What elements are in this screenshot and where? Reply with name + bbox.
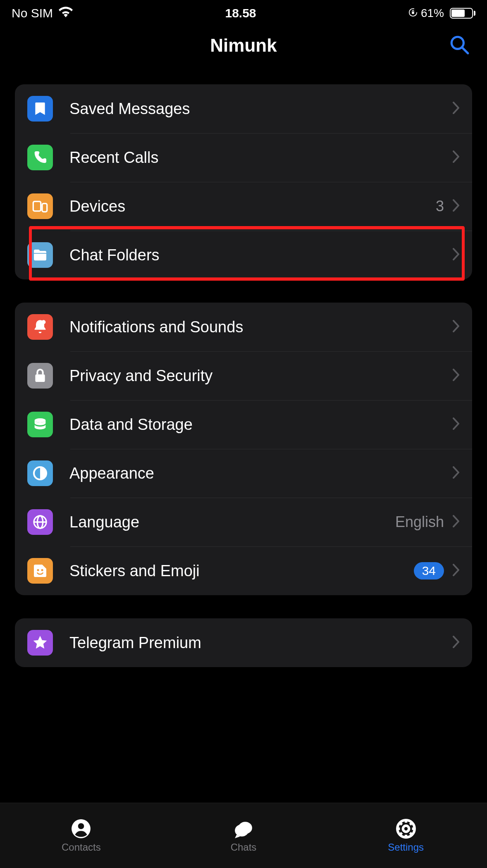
tab-label: Chats bbox=[231, 842, 257, 853]
search-button[interactable] bbox=[449, 34, 470, 57]
chat-icon bbox=[232, 818, 255, 839]
settings-content: Saved MessagesRecent CallsDevices3Chat F… bbox=[0, 84, 487, 667]
sim-status: No SIM bbox=[12, 6, 53, 20]
chevron-right-icon bbox=[452, 515, 460, 529]
row-label: Telegram Premium bbox=[69, 634, 452, 652]
status-right: 61% bbox=[408, 7, 475, 20]
settings-row-recent-calls[interactable]: Recent Calls bbox=[15, 133, 472, 182]
battery-icon bbox=[447, 8, 475, 19]
chevron-right-icon bbox=[452, 369, 460, 383]
settings-row-privacy[interactable]: Privacy and Security bbox=[15, 351, 472, 400]
row-label: Stickers and Emoji bbox=[69, 562, 414, 580]
status-time: 18.58 bbox=[225, 6, 256, 20]
row-label: Appearance bbox=[69, 465, 452, 482]
chevron-right-icon bbox=[452, 466, 460, 480]
settings-group: Notifications and SoundsPrivacy and Secu… bbox=[15, 303, 472, 595]
svg-line-3 bbox=[462, 48, 468, 53]
chevron-right-icon bbox=[452, 199, 460, 213]
sticker-icon bbox=[27, 558, 53, 584]
chevron-right-icon bbox=[452, 636, 460, 650]
folder-icon bbox=[27, 242, 53, 268]
chevron-right-icon bbox=[452, 320, 460, 334]
count-badge: 34 bbox=[414, 562, 444, 579]
row-value: English bbox=[395, 513, 444, 531]
row-label: Devices bbox=[69, 198, 436, 215]
tab-bar: ContactsChatsSettings bbox=[0, 803, 487, 868]
bookmark-icon bbox=[27, 96, 53, 122]
row-label: Data and Storage bbox=[69, 416, 452, 434]
tab-chats[interactable]: Chats bbox=[162, 818, 325, 853]
settings-group: Saved MessagesRecent CallsDevices3Chat F… bbox=[15, 84, 472, 279]
settings-row-appearance[interactable]: Appearance bbox=[15, 449, 472, 498]
row-value: 3 bbox=[436, 198, 444, 215]
tab-label: Settings bbox=[388, 842, 424, 853]
tab-contacts[interactable]: Contacts bbox=[0, 818, 162, 853]
status-left: No SIM bbox=[12, 6, 73, 20]
row-label: Language bbox=[69, 513, 395, 531]
svg-rect-1 bbox=[412, 12, 414, 14]
rotation-lock-icon bbox=[408, 7, 418, 20]
settings-row-saved-messages[interactable]: Saved Messages bbox=[15, 84, 472, 133]
tab-label: Contacts bbox=[62, 842, 101, 853]
chevron-right-icon bbox=[452, 417, 460, 432]
settings-row-chat-folders[interactable]: Chat Folders bbox=[15, 231, 472, 279]
battery-percent: 61% bbox=[421, 7, 444, 20]
status-bar: No SIM 18.58 61% bbox=[0, 0, 487, 25]
devices-icon bbox=[27, 193, 53, 219]
settings-row-notifications[interactable]: Notifications and Sounds bbox=[15, 303, 472, 351]
page-title: Nimunk bbox=[210, 35, 277, 56]
header: Nimunk bbox=[0, 25, 487, 66]
tab-settings[interactable]: Settings bbox=[325, 818, 487, 853]
phone-icon bbox=[27, 145, 53, 170]
settings-group: Telegram Premium bbox=[15, 618, 472, 667]
contrast-icon bbox=[27, 460, 53, 486]
gear-icon bbox=[394, 818, 418, 839]
settings-row-language[interactable]: LanguageEnglish bbox=[15, 498, 472, 546]
row-label: Notifications and Sounds bbox=[69, 318, 452, 336]
bell-icon bbox=[27, 314, 53, 340]
star-icon bbox=[27, 630, 53, 656]
chevron-right-icon bbox=[452, 248, 460, 262]
stack-icon bbox=[27, 412, 53, 437]
settings-row-stickers[interactable]: Stickers and Emoji34 bbox=[15, 546, 472, 595]
chevron-right-icon bbox=[452, 564, 460, 578]
search-icon bbox=[449, 34, 470, 55]
row-label: Privacy and Security bbox=[69, 367, 452, 385]
contact-icon bbox=[69, 818, 93, 839]
chevron-right-icon bbox=[452, 150, 460, 165]
settings-row-data[interactable]: Data and Storage bbox=[15, 400, 472, 449]
settings-row-premium[interactable]: Telegram Premium bbox=[15, 618, 472, 667]
globe-icon bbox=[27, 509, 53, 535]
chevron-right-icon bbox=[452, 102, 460, 116]
wifi-icon bbox=[59, 6, 73, 20]
settings-row-devices[interactable]: Devices3 bbox=[15, 182, 472, 231]
lock-icon bbox=[27, 363, 53, 389]
row-label: Chat Folders bbox=[69, 246, 452, 264]
row-label: Recent Calls bbox=[69, 149, 452, 167]
row-label: Saved Messages bbox=[69, 100, 452, 118]
